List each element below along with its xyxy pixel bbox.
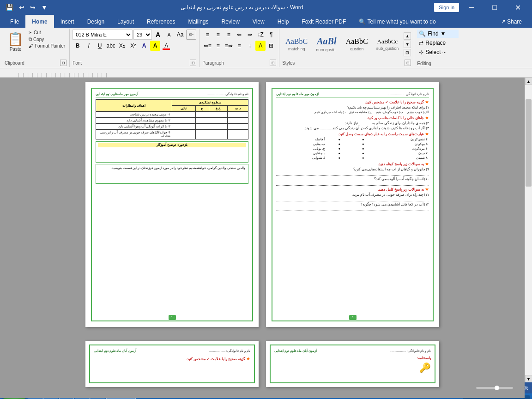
strikethrough-button[interactable]: abc xyxy=(106,41,116,51)
cut-button[interactable]: ✂ Cut xyxy=(27,30,66,36)
style-preview-sub: AaBbCc xyxy=(377,38,398,45)
subscript-button[interactable]: X₂ xyxy=(117,41,127,51)
font-expand-button[interactable]: ⊡ xyxy=(190,60,196,66)
superscript-button[interactable]: X² xyxy=(128,41,138,51)
page-3-header: نام و نام خانوادگی: ....................… xyxy=(94,349,250,354)
styles-scroll-arrows: ▲ ▼ ⊡ xyxy=(404,32,411,56)
tab-insert[interactable]: Insert xyxy=(54,15,81,28)
font-name-select[interactable]: 012 B Mitra E xyxy=(73,30,133,40)
tab-references[interactable]: References xyxy=(140,15,181,28)
find-dropdown-icon: ▼ xyxy=(441,30,446,37)
close-button[interactable]: ✕ xyxy=(507,0,528,15)
style-num-qustion[interactable]: AaBl num qusti... xyxy=(313,34,341,54)
copy-button[interactable]: ⧉ Copy xyxy=(27,36,66,42)
tab-layout[interactable]: Layout xyxy=(111,15,140,28)
center-button[interactable]: ≡ xyxy=(213,41,223,51)
q5-section: ★ به سوالات زیر پاسخ کامل دهید. xyxy=(276,187,429,192)
styles-expand-button[interactable]: ⊡ xyxy=(404,49,411,56)
title-bar: 💾 ↩ ↪ ▼ سوالات درس به درس علوم تجربی دوم… xyxy=(0,0,532,15)
grow-font-button[interactable]: A xyxy=(153,30,163,40)
italic-button[interactable]: I xyxy=(84,41,94,51)
document-scroll[interactable]: نام و نام خانوادگی: ....................… xyxy=(0,78,525,398)
highlight-color-button[interactable]: A xyxy=(150,41,160,51)
styles-up-button[interactable]: ▲ xyxy=(404,32,411,40)
multilevel-button[interactable]: ≡ xyxy=(224,30,234,40)
change-case-button[interactable]: Aa xyxy=(175,30,185,40)
scroll-thumb[interactable] xyxy=(526,99,532,186)
text-highlight-button[interactable]: ✏ xyxy=(186,30,196,40)
replace-button[interactable]: ⇄ Replace xyxy=(417,39,459,47)
font-group-content: 012 B Mitra E 29 A A Aa ✏ B I U abc X₂ X… xyxy=(73,30,196,59)
q4-section: ★ به سوالات زیر پاسخ کوتاه دهید. xyxy=(276,161,429,166)
tab-file[interactable]: File xyxy=(4,15,25,28)
select-button[interactable]: ⊹ Select ~ xyxy=(417,48,459,56)
decrease-indent-button[interactable]: ⇐ xyxy=(234,30,244,40)
shrink-font-button[interactable]: A xyxy=(164,30,174,40)
paragraph-expand-button[interactable]: ⊡ xyxy=(270,60,276,66)
styles-expand-btn[interactable]: ⊡ xyxy=(405,60,411,66)
select-icon: ⊹ xyxy=(419,49,423,55)
table-row: ۶ مزه کردن●●ج. بویایی xyxy=(276,146,429,151)
scroll-down-button[interactable]: ▼ xyxy=(525,375,532,382)
increase-indent-button[interactable]: ⇒ xyxy=(245,30,255,40)
page-3: نام و نام خانوادگی: ....................… xyxy=(85,341,259,387)
numbering-button[interactable]: ≡ xyxy=(213,30,223,40)
justify-button[interactable]: ≡ xyxy=(234,41,244,51)
minimize-button[interactable]: ─ xyxy=(461,0,482,15)
table-row: ۱- موبی پیچیده بر پس شناخت xyxy=(96,112,248,118)
tab-foxit[interactable]: Foxit Reader PDF xyxy=(295,15,352,28)
styles-group: AaBbC matching AaBl num qusti... AaBbC q… xyxy=(279,29,414,67)
style-sub-qustion[interactable]: AaBbCc sub_qustion xyxy=(373,36,402,53)
text-effects-button[interactable]: A xyxy=(139,41,149,51)
sort-button[interactable]: ↕Z xyxy=(255,30,266,40)
page-4-inner: نام و نام خانوادگی: ....................… xyxy=(270,345,435,383)
customize-quick-access-button[interactable]: ▼ xyxy=(39,3,49,12)
paste-button[interactable]: 📋 Paste xyxy=(5,30,26,54)
q2-section: ★ جاهای خالی را با کلمات مناسب پر کنید. xyxy=(276,115,429,120)
font-color-button[interactable]: A xyxy=(161,41,171,51)
teacher-feedback-title: بازخورد: توضیح آموزگار xyxy=(98,143,246,147)
page-2: نام و نام خانوادگی: ....................… xyxy=(85,82,259,327)
scroll-track[interactable] xyxy=(525,85,532,375)
save-button[interactable]: 💾 xyxy=(4,3,15,12)
tab-view[interactable]: View xyxy=(246,15,271,28)
shading-button[interactable]: A xyxy=(255,41,266,51)
styles-down-button[interactable]: ▼ xyxy=(404,41,411,48)
editing-group-content: 🔍 Find ▼ ⇄ Replace ⊹ Select ~ xyxy=(417,30,459,60)
line-spacing-button[interactable]: ↕ xyxy=(245,41,255,51)
style-matching[interactable]: AaBbC matching xyxy=(282,35,311,54)
tab-review[interactable]: Review xyxy=(215,15,246,28)
align-right-button[interactable]: ≡⇒ xyxy=(224,41,234,51)
align-left-button[interactable]: ⇐≡ xyxy=(202,41,212,51)
signin-button[interactable]: Sign in xyxy=(434,3,459,12)
zoom-thumb[interactable] xyxy=(495,386,499,390)
maximize-button[interactable]: □ xyxy=(484,0,505,15)
zoom-slider[interactable] xyxy=(476,387,513,389)
tab-tell-me[interactable]: 🔍 Tell me what you want to do xyxy=(352,15,442,28)
share-button[interactable]: ↗ Share xyxy=(495,15,528,28)
document-area[interactable]: نام و نام خانوادگی: ....................… xyxy=(0,78,525,398)
clipboard-expand-button[interactable]: ⊡ xyxy=(60,60,66,66)
bullets-button[interactable]: ≡ xyxy=(202,30,212,40)
underline-button[interactable]: U xyxy=(95,41,105,51)
tab-mailings[interactable]: Mailings xyxy=(181,15,215,28)
scroll-up-button[interactable]: ▲ xyxy=(525,78,532,85)
tab-help[interactable]: Help xyxy=(271,15,296,28)
vertical-scrollbar[interactable]: ▲ ▼ xyxy=(525,78,532,382)
tab-design[interactable]: Design xyxy=(81,15,111,28)
paragraph-footer: Paragraph ⊡ xyxy=(202,59,276,66)
style-qustion[interactable]: AaBbC qustion xyxy=(343,35,371,54)
font-size-select[interactable]: 29 xyxy=(133,30,152,40)
table-row: ۸ شنیدن●●ذ. شنوایی xyxy=(276,156,429,160)
format-painter-button[interactable]: 🖌 Format Painter xyxy=(27,43,66,49)
teacher-feedback-box: بازخورد: توضیح آموزگار xyxy=(96,141,248,163)
find-button[interactable]: 🔍 Find ▼ xyxy=(417,30,459,38)
redo-button[interactable]: ↪ xyxy=(28,3,37,12)
undo-button[interactable]: ↩ xyxy=(17,3,26,12)
parent-section-box: والدین سنجی: والدین گرامی، خواهشمندیم نظ… xyxy=(96,164,248,184)
borders-button[interactable]: ⊞ xyxy=(266,41,276,51)
show-hide-button[interactable]: ¶ xyxy=(266,30,276,40)
page-1-header: نام و نام خانوادگی: ....................… xyxy=(276,92,429,97)
tab-home[interactable]: Home xyxy=(25,15,54,28)
bold-button[interactable]: B xyxy=(73,41,83,51)
